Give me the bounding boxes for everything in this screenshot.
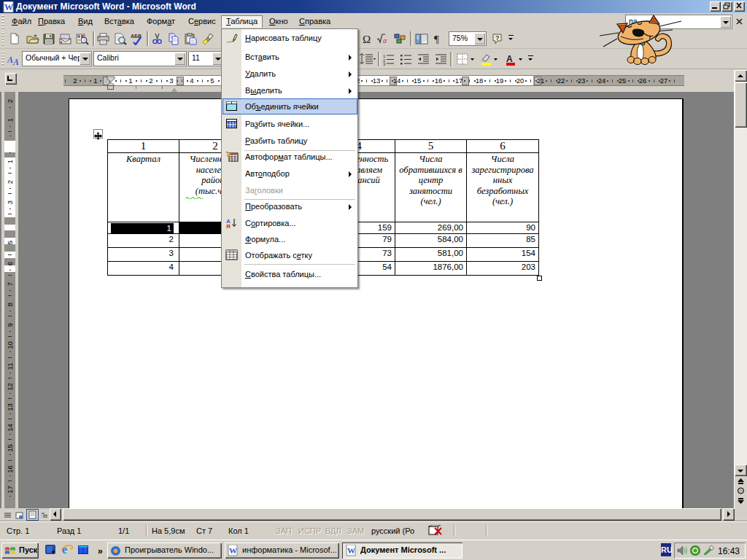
svg-text:W: W — [4, 2, 13, 12]
svg-text:A: A — [506, 54, 513, 64]
svg-text:А: А — [12, 57, 19, 66]
svg-text:3: 3 — [383, 62, 386, 66]
svg-text:Я: Я — [226, 223, 231, 229]
svg-text:Ω: Ω — [363, 34, 371, 45]
svg-text:¶: ¶ — [434, 34, 439, 45]
svg-text:А: А — [7, 55, 13, 65]
svg-text:α: α — [383, 36, 387, 44]
svg-text:W: W — [229, 546, 237, 555]
svg-text:W: W — [347, 546, 355, 555]
svg-text:?: ? — [495, 34, 500, 42]
